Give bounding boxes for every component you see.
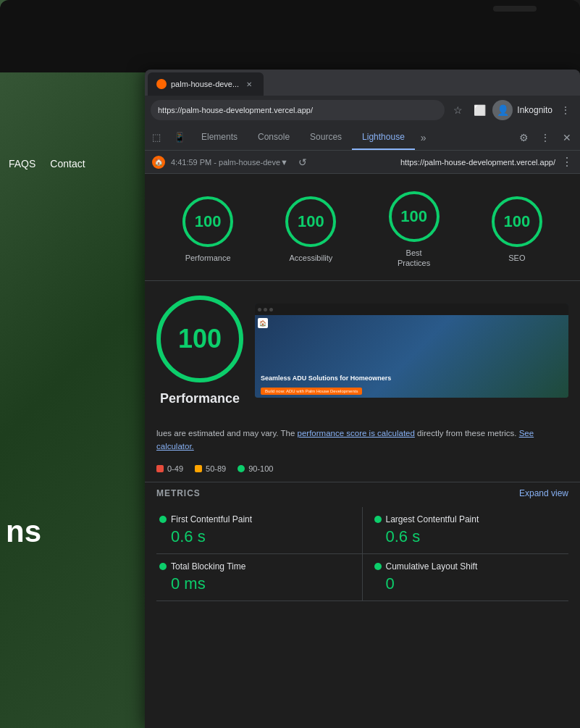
- nav-faqs: FAQS: [9, 158, 35, 170]
- legend-high: 90-100: [238, 464, 273, 473]
- metric-tbt-header: Total Blocking Time: [159, 561, 353, 572]
- perf-score-link[interactable]: performance score is calculated: [298, 429, 415, 438]
- tab-elements[interactable]: Elements: [191, 125, 248, 150]
- perf-screenshot: 🏠 Seamless ADU Solutions for Homeowners …: [255, 304, 568, 398]
- browser-tab-bar: palm-house-deve... ✕: [145, 70, 580, 96]
- info-text-middle: directly from these metrics.: [417, 429, 519, 438]
- info-text-section: lues are estimated and may vary. The per…: [145, 421, 580, 462]
- more-tabs-button[interactable]: »: [415, 125, 432, 150]
- score-best-practices: 100 Best Practices: [389, 191, 440, 269]
- perf-big-circle: 100: [156, 296, 243, 382]
- score-label-seo: SEO: [508, 253, 525, 263]
- score-label-performance: Performance: [185, 253, 231, 263]
- lighthouse-content[interactable]: 100 Performance 100 Accessibility 100 Be…: [145, 174, 580, 728]
- tab-favicon: [156, 79, 167, 89]
- tab-title: palm-house-deve...: [171, 80, 239, 88]
- screenshot-dot-3: [269, 308, 273, 311]
- screenshot-content: 🏠 Seamless ADU Solutions for Homeowners …: [255, 315, 568, 398]
- score-circle-performance: 100: [182, 196, 233, 247]
- metric-cls-value: 0: [374, 574, 566, 593]
- legend-low-label: 0-49: [167, 464, 183, 473]
- address-bar-url: https://palm-house-development.vercel.ap…: [158, 106, 313, 114]
- perf-big-label: Performance: [160, 391, 240, 406]
- score-seo: 100 SEO: [492, 196, 542, 263]
- perf-big-score: 100 Performance: [156, 296, 243, 406]
- tab-console[interactable]: Console: [248, 125, 300, 150]
- devtools-url-bar: 🏠 4:41:59 PM - palm-house-deve▼ ↺ https:…: [145, 151, 580, 174]
- nav-contact: Contact: [50, 158, 85, 170]
- devtools-timestamp: 4:41:59 PM - palm-house-deve▼: [171, 158, 288, 167]
- devtools-url-display: https://palm-house-development.vercel.ap…: [313, 158, 555, 167]
- metrics-grid: First Contentful Paint 0.6 s Largest Con…: [156, 507, 568, 601]
- metric-lcp-header: Largest Contentful Paint: [374, 514, 566, 524]
- screenshot-dot-2: [264, 308, 267, 311]
- metric-lcp-value: 0.6 s: [374, 527, 566, 546]
- cast-icon[interactable]: ⬜: [471, 101, 488, 119]
- score-label-best-practices: Best Practices: [398, 248, 430, 269]
- metric-tbt-status-dot: [159, 563, 167, 570]
- url-menu-icon[interactable]: ⋮: [561, 155, 573, 169]
- score-performance: 100 Performance: [182, 196, 233, 263]
- metric-fcp-status-dot: [159, 516, 167, 523]
- score-label-accessibility: Accessibility: [289, 253, 332, 263]
- address-bar[interactable]: https://palm-house-development.vercel.ap…: [151, 100, 445, 120]
- active-tab[interactable]: palm-house-deve... ✕: [148, 72, 264, 96]
- hero-text: ns: [6, 516, 41, 547]
- metric-cls-status-dot: [374, 563, 382, 570]
- tab-lighthouse[interactable]: Lighthouse: [352, 125, 415, 150]
- metric-cls-header: Cumulative Layout Shift: [374, 561, 566, 572]
- screenshot-overlay-text: Seamless ADU Solutions for Homeowners: [261, 375, 563, 383]
- metrics-section: METRICS Expand view First Contentful Pai…: [145, 482, 580, 607]
- background-website: FAQS Contact ns: [0, 0, 152, 728]
- legend-green-dot: [238, 465, 245, 472]
- metric-cls: Cumulative Layout Shift 0: [363, 554, 569, 601]
- browser-window: palm-house-deve... ✕ https://palm-house-…: [145, 70, 580, 728]
- devtools-toolbar: ⬚ 📱 Elements Console Sources Lighthouse: [145, 125, 580, 151]
- lighthouse-scores-section: 100 Performance 100 Accessibility 100 Be…: [145, 174, 580, 280]
- metric-lcp: Largest Contentful Paint 0.6 s: [363, 507, 569, 554]
- metric-fcp-header: First Contentful Paint: [159, 514, 353, 524]
- devtools-settings-icon[interactable]: ⚙: [513, 127, 534, 148]
- refresh-icon[interactable]: ↺: [298, 156, 307, 168]
- screenshot-background: [255, 315, 568, 398]
- incognito-icon[interactable]: 👤: [492, 100, 513, 120]
- device-toggle-icon[interactable]: 📱: [168, 125, 191, 150]
- page-favicon: 🏠: [152, 156, 165, 169]
- inspect-element-icon[interactable]: ⬚: [145, 125, 168, 150]
- screenshot-inner: 🏠 Seamless ADU Solutions for Homeowners …: [255, 304, 568, 398]
- metric-lcp-status-dot: [374, 516, 382, 523]
- score-circle-seo: 100: [492, 196, 542, 247]
- chrome-menu-icon[interactable]: ⋮: [557, 101, 574, 119]
- tab-close-button[interactable]: ✕: [243, 78, 255, 90]
- perf-detail-section: 100 Performance 🏠 Seam: [145, 281, 580, 421]
- score-circle-best-practices: 100: [389, 191, 440, 242]
- devtools-panel: ⬚ 📱 Elements Console Sources Lighthouse: [145, 125, 580, 728]
- tab-sources[interactable]: Sources: [300, 125, 352, 150]
- screenshot-logo: 🏠: [258, 318, 268, 328]
- score-circle-accessibility: 100: [285, 196, 336, 247]
- screenshot-cta-button: Build now: ADU with Palm House Developme…: [261, 388, 362, 395]
- devtools-tabs-list: Elements Console Sources Lighthouse »: [191, 125, 510, 150]
- screenshot-dot-1: [258, 308, 261, 311]
- devtools-close-icon[interactable]: ✕: [557, 127, 577, 148]
- metric-lcp-label: Largest Contentful Paint: [386, 514, 479, 524]
- metric-fcp: First Contentful Paint 0.6 s: [156, 507, 363, 554]
- metrics-title: METRICS: [156, 488, 201, 498]
- website-nav: FAQS Contact: [0, 152, 152, 175]
- devtools-more-icon[interactable]: ⋮: [535, 127, 555, 148]
- metric-fcp-label: First Contentful Paint: [171, 514, 252, 524]
- score-accessibility: 100 Accessibility: [285, 196, 336, 263]
- metrics-header: METRICS Expand view: [156, 488, 568, 498]
- legend-high-label: 90-100: [248, 464, 273, 473]
- metric-tbt: Total Blocking Time 0 ms: [156, 554, 363, 601]
- devtools-actions-group: ⚙ ⋮ ✕: [510, 125, 580, 150]
- legend-orange-dot: [195, 465, 202, 472]
- legend-low: 0-49: [156, 464, 183, 473]
- metric-tbt-label: Total Blocking Time: [171, 561, 245, 572]
- device-camera: [493, 6, 537, 12]
- bookmark-icon[interactable]: ☆: [449, 101, 466, 119]
- legend-red-dot: [156, 465, 164, 472]
- expand-view-link[interactable]: Expand view: [519, 488, 568, 498]
- website-background-image: [0, 0, 152, 728]
- legend-section: 0-49 50-89 90-100: [145, 461, 580, 482]
